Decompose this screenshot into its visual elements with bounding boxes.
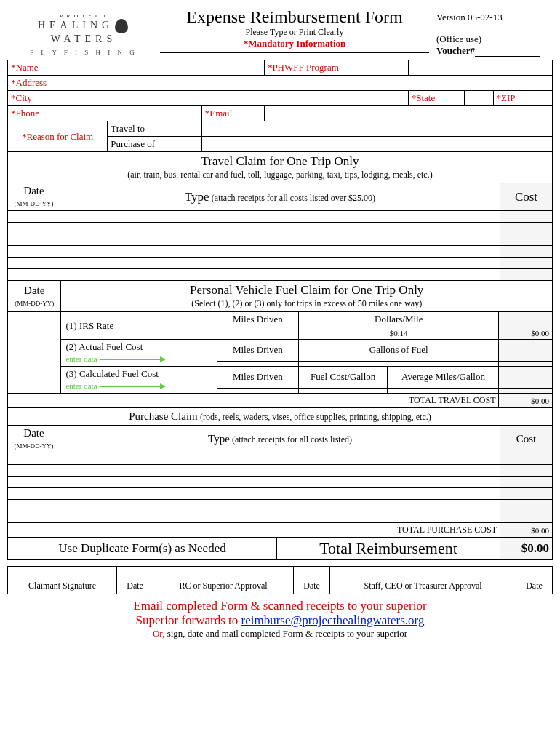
header: P R O J E C T HEALINGWATERS F L Y F I S …	[7, 7, 553, 57]
form-subtitle: Please Type or Print Clearly	[160, 27, 429, 38]
table-cell[interactable]	[500, 246, 553, 258]
arrow-icon	[100, 386, 165, 387]
table-cell[interactable]	[8, 465, 60, 477]
table-cell[interactable]	[500, 511, 553, 523]
table-cell[interactable]	[60, 246, 500, 258]
table-cell[interactable]	[60, 269, 500, 281]
rc-approval-field[interactable]	[153, 567, 294, 578]
gallons-fuel-label: Gallons of Fuel	[298, 340, 499, 362]
footer: Email completed Form & scanned receipts …	[7, 599, 553, 640]
table-cell[interactable]	[500, 211, 553, 223]
table-cell[interactable]	[500, 258, 553, 269]
name-field[interactable]	[60, 60, 265, 76]
logo-right: WATERS	[51, 33, 116, 44]
name-label: *Name	[8, 60, 60, 76]
miles-field[interactable]	[217, 388, 298, 393]
table-cell[interactable]	[8, 269, 60, 281]
table-cell[interactable]	[8, 258, 60, 269]
fuel-opt1: (1) IRS Rate	[61, 312, 217, 340]
address-field[interactable]	[60, 76, 553, 91]
table-cell[interactable]	[8, 511, 60, 523]
gallons-field[interactable]	[298, 361, 499, 366]
table-cell[interactable]	[500, 477, 553, 488]
table-cell[interactable]	[60, 488, 500, 500]
table-cell[interactable]	[60, 477, 500, 488]
fish-icon	[115, 19, 128, 33]
table-cell[interactable]	[60, 234, 500, 246]
fuel-opt3: (3) Calculated Fuel Cost enter data	[61, 367, 217, 394]
title-block: Expense Reimbursement Form Please Type o…	[160, 7, 429, 53]
info-table: *Name *PHWFF Program *Address *City *Sta…	[7, 60, 553, 152]
purchase-of-field[interactable]	[201, 137, 552, 152]
fuel-cost-gallon-field[interactable]	[298, 388, 387, 393]
table-cell[interactable]	[8, 223, 60, 234]
travel-type-col: Type (attach receipts for all costs list…	[60, 183, 500, 211]
reason-label: *Reason for Claim	[8, 121, 108, 152]
logo-project: P R O J E C T	[7, 13, 160, 19]
table-cell[interactable]	[8, 234, 60, 246]
staff-approval-field[interactable]	[330, 567, 516, 578]
actual-cost-value[interactable]	[499, 361, 553, 366]
table-cell[interactable]	[8, 477, 60, 488]
arrow-icon	[100, 359, 165, 360]
purchase-heading: Purchase Claim (rods, reels, waders, vis…	[8, 408, 553, 426]
table-cell[interactable]	[500, 234, 553, 246]
miles-driven-label3: Miles Driven	[217, 367, 298, 389]
table-cell[interactable]	[500, 269, 553, 281]
miles-field[interactable]	[217, 361, 298, 366]
total-purchase-value: $0.00	[500, 523, 553, 538]
date-field[interactable]	[117, 567, 153, 578]
table-cell[interactable]	[8, 453, 60, 465]
dollars-mile-label: Dollars/Mile	[298, 312, 499, 327]
logo: P R O J E C T HEALINGWATERS F L Y F I S …	[7, 7, 160, 56]
table-cell[interactable]	[60, 511, 500, 523]
program-label: *PHWFF Program	[264, 60, 408, 76]
totals-table: Use Duplicate Form(s) as Needed Total Re…	[7, 537, 553, 560]
calc-cost-value[interactable]	[499, 388, 553, 393]
table-cell[interactable]	[500, 465, 553, 477]
fuel-cost-gallon-label: Fuel Cost/Gallon	[298, 367, 387, 389]
table-cell[interactable]	[60, 258, 500, 269]
travel-heading-title: Travel Claim for One Trip Only	[201, 154, 359, 168]
table-cell[interactable]	[500, 223, 553, 234]
irs-cost-value: $0.00	[499, 327, 553, 340]
purchase-type-col: Type (attach receipts for all costs list…	[60, 426, 500, 453]
miles-driven-field[interactable]	[217, 327, 298, 340]
table-cell[interactable]	[60, 465, 500, 477]
zip-field[interactable]	[540, 91, 553, 106]
city-field[interactable]	[60, 91, 409, 106]
date-field[interactable]	[516, 567, 553, 578]
table-cell[interactable]	[500, 488, 553, 500]
table-cell[interactable]	[60, 500, 500, 511]
state-field[interactable]	[464, 91, 493, 106]
table-cell[interactable]	[60, 211, 500, 223]
office-use-label: (Office use)	[436, 33, 553, 45]
state-label: *State	[408, 91, 464, 106]
travel-date-col: Date (MM-DD-YY)	[8, 183, 60, 211]
reimburse-email-link[interactable]: reimburse@projecthealingwaters.org	[241, 613, 425, 627]
program-field[interactable]	[408, 60, 552, 76]
table-cell[interactable]	[8, 488, 60, 500]
total-reimbursement-label: Total Reimbursement	[277, 538, 500, 560]
table-cell[interactable]	[60, 223, 500, 234]
travel-to-label: Travel to	[108, 121, 202, 137]
avg-mpg-field[interactable]	[388, 388, 499, 393]
voucher-field[interactable]	[475, 56, 540, 57]
email-field[interactable]	[264, 106, 552, 121]
irs-rate-value: $0.14	[298, 327, 499, 340]
date-field[interactable]	[294, 567, 330, 578]
claimant-sig-field[interactable]	[8, 567, 117, 578]
table-cell[interactable]	[60, 453, 500, 465]
travel-heading: Travel Claim for One Trip Only (air, tra…	[8, 152, 553, 183]
table-cell[interactable]	[500, 500, 553, 511]
fuel-date-field[interactable]	[8, 312, 61, 394]
table-cell[interactable]	[8, 500, 60, 511]
phone-field[interactable]	[60, 106, 202, 121]
table-cell[interactable]	[500, 453, 553, 465]
travel-claim-table: Travel Claim for One Trip Only (air, tra…	[7, 151, 553, 281]
table-cell[interactable]	[8, 211, 60, 223]
travel-to-field[interactable]	[201, 121, 552, 137]
table-cell[interactable]	[8, 246, 60, 258]
fuel-date-col: Date (MM-DD-YY)	[8, 281, 61, 312]
fuel-cost-cell	[499, 312, 553, 327]
